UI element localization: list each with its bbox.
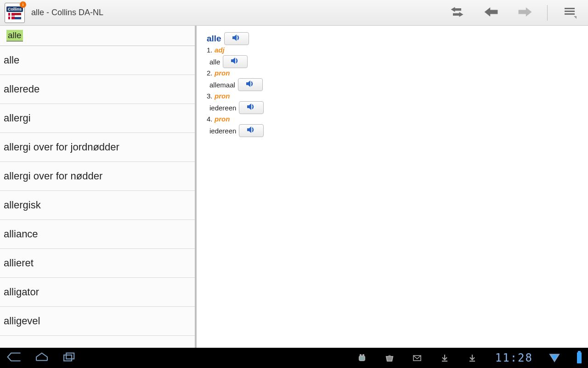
flag-nl-icon — [15, 13, 21, 19]
sense-number: 1. — [207, 46, 213, 54]
system-back-button[interactable] — [6, 351, 22, 365]
system-home-button[interactable] — [34, 351, 50, 365]
menu-button[interactable] — [556, 4, 583, 22]
search-input[interactable]: alle — [6, 30, 23, 41]
part-of-speech: pron — [215, 92, 230, 100]
word-list[interactable]: alle allerede allergi allergi over for j… — [0, 46, 195, 348]
entry-panel: alle 1. adj alle 2. pron allemaal — [197, 26, 588, 348]
translation: allemaal — [209, 81, 235, 89]
svg-rect-14 — [64, 355, 72, 361]
list-item[interactable]: allerede — [0, 75, 195, 104]
svg-rect-5 — [565, 11, 575, 12]
sense: 2. pron allemaal — [207, 69, 578, 91]
list-item[interactable]: allergi over for jordnødder — [0, 133, 195, 162]
part-of-speech: pron — [215, 115, 230, 123]
list-item[interactable]: alligator — [0, 278, 195, 307]
arrow-right-icon — [517, 5, 533, 21]
action-bar: Collins i alle - Collins DA-NL — [0, 0, 588, 26]
svg-rect-6 — [565, 13, 575, 15]
app-icon[interactable]: Collins i — [5, 3, 25, 23]
system-recents-button[interactable] — [62, 351, 77, 365]
sense-number: 2. — [207, 69, 213, 77]
list-item-label: allergi over for nødder — [4, 170, 102, 182]
speaker-icon — [247, 126, 256, 136]
list-item[interactable]: allergisk — [0, 191, 195, 220]
speaker-icon — [247, 103, 256, 113]
svg-marker-11 — [247, 104, 251, 110]
search-row: alle — [0, 26, 195, 46]
svg-marker-25 — [550, 355, 559, 361]
list-item-label: alligevel — [4, 315, 40, 327]
svg-rect-4 — [565, 8, 575, 9]
svg-marker-7 — [574, 16, 577, 19]
list-item-label: alle — [4, 54, 19, 66]
sys-recents-icon — [62, 351, 77, 363]
sense-number: 3. — [207, 92, 213, 100]
list-item-label: alliance — [4, 228, 38, 240]
left-panel: alle alle allerede allergi allergi over … — [0, 26, 197, 348]
notification-download-icon[interactable] — [468, 353, 477, 362]
notification-android-icon[interactable] — [357, 353, 367, 362]
system-nav-bar: 11:28 — [0, 348, 588, 368]
battery-icon — [577, 352, 582, 363]
notification-download-icon[interactable] — [440, 353, 449, 362]
app-badge: i — [20, 1, 26, 8]
part-of-speech: pron — [215, 69, 230, 77]
list-item[interactable]: alligevel — [0, 307, 195, 336]
audio-button-translation[interactable] — [239, 124, 264, 137]
list-item-label: allergi — [4, 112, 31, 124]
svg-rect-15 — [66, 353, 74, 359]
audio-button-translation[interactable] — [223, 55, 248, 68]
svg-point-17 — [360, 355, 361, 356]
svg-marker-10 — [246, 80, 250, 87]
flags-icon — [8, 13, 21, 19]
nav-forward-button[interactable] — [511, 4, 539, 22]
svg-marker-1 — [453, 12, 464, 17]
translation: iedereen — [209, 127, 236, 135]
list-item[interactable]: allergi — [0, 104, 195, 133]
translation: iedereen — [209, 104, 236, 112]
sys-home-icon — [34, 351, 50, 363]
sense-number: 4. — [207, 115, 213, 123]
svg-marker-12 — [247, 126, 251, 133]
notification-mail-icon[interactable] — [413, 353, 422, 362]
flag-dk-icon — [8, 13, 15, 19]
audio-button-translation[interactable] — [239, 101, 264, 114]
sense: 4. pron iedereen — [207, 115, 578, 137]
system-clock: 11:28 — [495, 351, 533, 364]
audio-button-translation[interactable] — [238, 78, 263, 91]
menu-icon — [561, 5, 578, 21]
speaker-icon — [246, 80, 255, 90]
swap-direction-button[interactable] — [443, 4, 471, 22]
list-item[interactable]: alliance — [0, 220, 195, 249]
list-item-label: allergisk — [4, 199, 41, 211]
list-item-label: allieret — [4, 257, 34, 269]
svg-rect-16 — [359, 356, 365, 361]
speaker-icon — [231, 57, 240, 67]
list-item-label: alligator — [4, 286, 39, 298]
sense: 1. adj alle — [207, 46, 578, 68]
speaker-icon — [232, 34, 241, 44]
svg-marker-19 — [386, 356, 393, 361]
headword: alle — [207, 34, 221, 44]
svg-marker-3 — [519, 7, 532, 17]
part-of-speech: adj — [215, 46, 225, 54]
svg-marker-0 — [451, 7, 462, 12]
list-item[interactable]: allergi over for nødder — [0, 162, 195, 191]
list-item[interactable]: alle — [0, 46, 195, 75]
svg-point-18 — [363, 355, 364, 356]
sense: 3. pron iedereen — [207, 92, 578, 114]
list-item-label: allerede — [4, 83, 40, 95]
page-title: alle - Collins DA-NL — [31, 8, 103, 17]
svg-marker-9 — [231, 58, 235, 64]
audio-button-headword[interactable] — [224, 32, 249, 45]
arrow-left-icon — [483, 5, 499, 21]
list-item[interactable]: allieret — [0, 249, 195, 278]
notification-store-icon[interactable] — [385, 353, 394, 362]
nav-back-button[interactable] — [477, 4, 505, 22]
list-item-label: allergi over for jordnødder — [4, 141, 119, 153]
translation: alle — [209, 58, 220, 66]
sys-back-icon — [6, 351, 22, 363]
wifi-icon — [547, 351, 562, 365]
swap-arrows-icon — [449, 5, 465, 21]
